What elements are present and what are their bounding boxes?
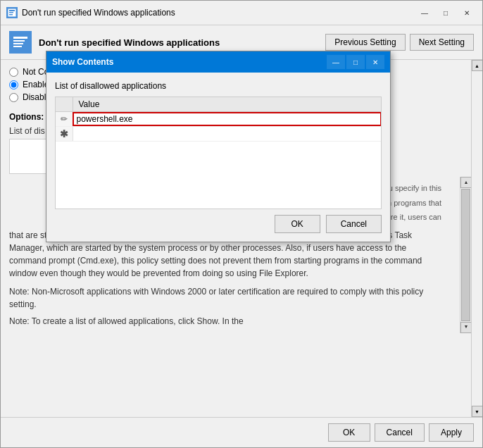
row2-icon: ✱ bbox=[56, 127, 73, 142]
dialog-maximize-button[interactable]: □ bbox=[346, 55, 365, 69]
dialog-controls: — □ ✕ bbox=[327, 55, 384, 69]
col-icon-header bbox=[56, 97, 73, 112]
row2-value-input[interactable] bbox=[73, 127, 382, 140]
table-row: ✱ bbox=[56, 127, 381, 142]
row1-value-input[interactable] bbox=[73, 113, 382, 125]
row1-icon: ✏ bbox=[56, 112, 73, 127]
dialog-title: Show Contents bbox=[52, 57, 322, 67]
dialog-minimize-button[interactable]: — bbox=[327, 55, 345, 69]
dialog-cancel-button[interactable]: Cancel bbox=[326, 215, 382, 233]
row2-value-cell bbox=[73, 127, 381, 142]
dialog-rows-area: Value ✏ ✱ bbox=[55, 97, 382, 209]
col-value-header: Value bbox=[73, 97, 381, 112]
dialog-overlay: Show Contents — □ ✕ List of disallowed a… bbox=[0, 0, 483, 448]
table-row: ✏ bbox=[56, 112, 381, 127]
dialog-table: Value ✏ ✱ bbox=[56, 97, 381, 142]
row1-value-cell bbox=[73, 112, 381, 127]
dialog-content: List of disallowed applications Value ✏ bbox=[46, 73, 390, 242]
dialog-ok-button[interactable]: OK bbox=[275, 215, 320, 233]
dialog-title-bar: Show Contents — □ ✕ bbox=[46, 51, 390, 73]
dialog-list-label: List of disallowed applications bbox=[55, 81, 382, 91]
show-contents-dialog: Show Contents — □ ✕ List of disallowed a… bbox=[46, 51, 391, 242]
dialog-action-buttons: OK Cancel bbox=[55, 215, 382, 233]
dialog-close-button[interactable]: ✕ bbox=[366, 55, 384, 69]
